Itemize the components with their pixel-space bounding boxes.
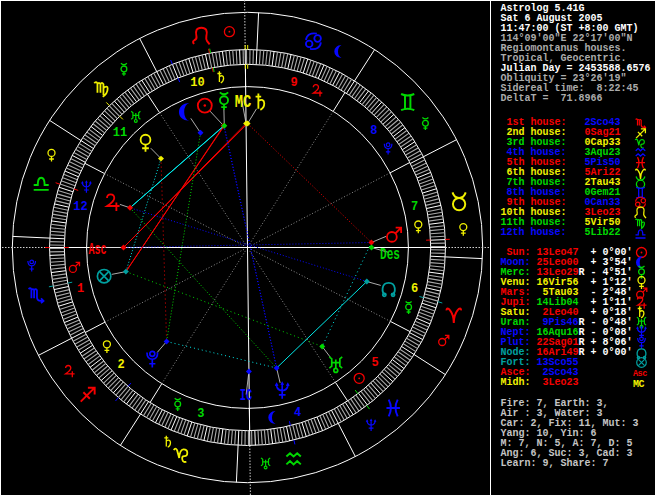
svg-text:11: 11 (113, 126, 127, 140)
svg-text:7: 7 (411, 200, 418, 214)
svg-text:2: 2 (118, 358, 125, 372)
svg-text:Asc: Asc (633, 369, 647, 379)
svg-text:8: 8 (370, 124, 377, 138)
svg-text:1: 1 (77, 282, 84, 296)
svg-text:9: 9 (291, 76, 298, 90)
svg-text:12: 12 (73, 200, 87, 214)
svg-text:4: 4 (294, 406, 301, 420)
svg-text:Asc: Asc (89, 241, 107, 259)
svg-text:3: 3 (197, 407, 204, 421)
svg-text:MC: MC (235, 92, 252, 112)
svg-text:10: 10 (190, 76, 204, 90)
svg-text:IC: IC (240, 387, 253, 405)
svg-text:MC: MC (633, 379, 645, 390)
svg-text:5: 5 (371, 356, 378, 370)
svg-text:Des: Des (380, 246, 400, 264)
svg-text:6: 6 (411, 282, 418, 296)
